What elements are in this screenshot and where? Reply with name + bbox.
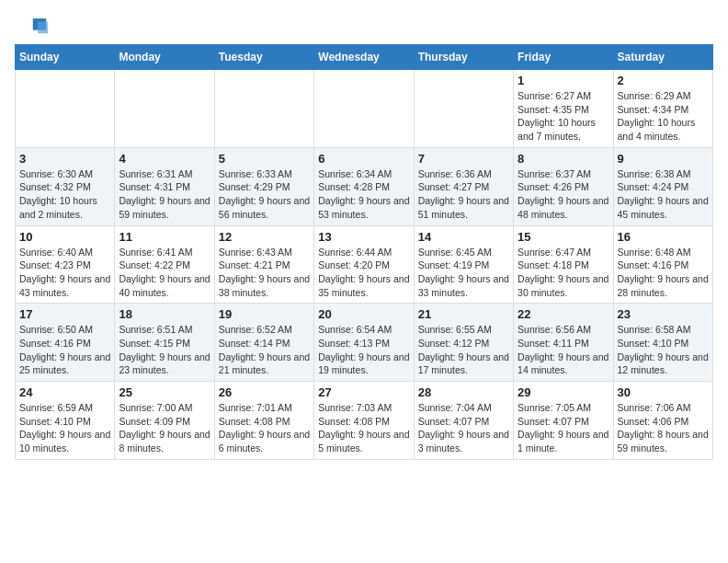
day-info: Sunrise: 7:03 AM Sunset: 4:08 PM Dayligh… [318,401,409,455]
day-info: Sunrise: 6:43 AM Sunset: 4:21 PM Dayligh… [219,246,310,300]
day-info: Sunrise: 6:31 AM Sunset: 4:31 PM Dayligh… [119,167,210,222]
calendar-cell [16,70,115,148]
weekday-header-sunday: Sunday [16,45,115,70]
day-info: Sunrise: 7:06 AM Sunset: 4:06 PM Dayligh… [618,401,709,455]
calendar-table: SundayMondayTuesdayWednesdayThursdayFrid… [15,44,713,460]
day-number: 9 [618,152,709,166]
day-number: 28 [418,385,509,399]
day-number: 18 [119,307,210,321]
calendar-cell: 15Sunrise: 6:47 AM Sunset: 4:18 PM Dayli… [514,225,613,304]
page-header [15,15,713,40]
day-info: Sunrise: 6:44 AM Sunset: 4:20 PM Dayligh… [318,246,409,300]
day-info: Sunrise: 6:58 AM Sunset: 4:10 PM Dayligh… [618,323,709,377]
day-info: Sunrise: 6:41 AM Sunset: 4:22 PM Dayligh… [119,246,210,300]
calendar-cell: 13Sunrise: 6:44 AM Sunset: 4:20 PM Dayli… [314,225,414,304]
calendar-cell: 30Sunrise: 7:06 AM Sunset: 4:06 PM Dayli… [613,382,712,460]
calendar-cell: 6Sunrise: 6:34 AM Sunset: 4:28 PM Daylig… [314,147,414,225]
calendar-cell: 17Sunrise: 6:50 AM Sunset: 4:16 PM Dayli… [16,304,115,382]
day-info: Sunrise: 6:36 AM Sunset: 4:27 PM Dayligh… [418,167,509,222]
day-info: Sunrise: 6:56 AM Sunset: 4:11 PM Dayligh… [518,323,609,377]
day-info: Sunrise: 6:51 AM Sunset: 4:15 PM Dayligh… [119,323,210,377]
day-number: 7 [418,152,509,166]
day-number: 20 [318,307,409,321]
day-number: 10 [19,230,110,244]
calendar-cell: 23Sunrise: 6:58 AM Sunset: 4:10 PM Dayli… [613,304,712,382]
day-number: 23 [618,307,709,321]
day-number: 13 [318,230,409,244]
day-number: 26 [219,385,310,399]
day-info: Sunrise: 6:45 AM Sunset: 4:19 PM Dayligh… [418,246,509,300]
calendar-cell [214,70,313,148]
calendar-week-row: 3Sunrise: 6:30 AM Sunset: 4:32 PM Daylig… [16,147,713,225]
day-number: 29 [518,385,609,399]
day-info: Sunrise: 6:40 AM Sunset: 4:23 PM Dayligh… [19,246,110,300]
day-number: 1 [518,74,609,87]
calendar-week-row: 1Sunrise: 6:27 AM Sunset: 4:35 PM Daylig… [16,70,713,148]
calendar-cell: 9Sunrise: 6:38 AM Sunset: 4:24 PM Daylig… [613,147,712,225]
day-number: 16 [618,230,709,244]
weekday-header-row: SundayMondayTuesdayWednesdayThursdayFrid… [16,45,713,70]
calendar-cell: 29Sunrise: 7:05 AM Sunset: 4:07 PM Dayli… [514,382,613,460]
calendar-cell: 20Sunrise: 6:54 AM Sunset: 4:13 PM Dayli… [314,304,414,382]
day-info: Sunrise: 7:00 AM Sunset: 4:09 PM Dayligh… [119,401,210,455]
weekday-header-wednesday: Wednesday [314,45,414,70]
day-number: 3 [19,152,110,166]
calendar-cell: 2Sunrise: 6:29 AM Sunset: 4:34 PM Daylig… [613,70,712,148]
calendar-cell: 14Sunrise: 6:45 AM Sunset: 4:19 PM Dayli… [414,225,513,304]
day-number: 17 [19,307,110,321]
day-number: 30 [618,385,709,399]
day-info: Sunrise: 6:29 AM Sunset: 4:34 PM Dayligh… [618,89,709,144]
weekday-header-tuesday: Tuesday [214,45,313,70]
day-number: 27 [318,385,409,399]
weekday-header-monday: Monday [115,45,214,70]
calendar-cell: 27Sunrise: 7:03 AM Sunset: 4:08 PM Dayli… [314,382,414,460]
calendar-cell [314,70,414,148]
day-info: Sunrise: 6:48 AM Sunset: 4:16 PM Dayligh… [618,246,709,300]
calendar-cell: 25Sunrise: 7:00 AM Sunset: 4:09 PM Dayli… [115,382,214,460]
calendar-cell: 21Sunrise: 6:55 AM Sunset: 4:12 PM Dayli… [414,304,513,382]
day-info: Sunrise: 7:01 AM Sunset: 4:08 PM Dayligh… [219,401,310,455]
calendar-cell: 18Sunrise: 6:51 AM Sunset: 4:15 PM Dayli… [115,304,214,382]
calendar-cell: 24Sunrise: 6:59 AM Sunset: 4:10 PM Dayli… [16,382,115,460]
calendar-week-row: 17Sunrise: 6:50 AM Sunset: 4:16 PM Dayli… [16,304,713,382]
calendar-header: SundayMondayTuesdayWednesdayThursdayFrid… [16,45,713,70]
calendar-cell: 28Sunrise: 7:04 AM Sunset: 4:07 PM Dayli… [414,382,513,460]
day-number: 4 [119,152,210,166]
day-info: Sunrise: 6:38 AM Sunset: 4:24 PM Dayligh… [618,167,709,222]
day-info: Sunrise: 6:54 AM Sunset: 4:13 PM Dayligh… [318,323,409,377]
calendar-cell: 10Sunrise: 6:40 AM Sunset: 4:23 PM Dayli… [16,225,115,304]
day-info: Sunrise: 6:37 AM Sunset: 4:26 PM Dayligh… [518,167,609,222]
day-number: 8 [518,152,609,166]
weekday-header-saturday: Saturday [613,45,712,70]
weekday-header-thursday: Thursday [414,45,513,70]
calendar-cell: 1Sunrise: 6:27 AM Sunset: 4:35 PM Daylig… [514,70,613,148]
logo [15,15,51,40]
calendar-cell: 3Sunrise: 6:30 AM Sunset: 4:32 PM Daylig… [16,147,115,225]
day-info: Sunrise: 6:33 AM Sunset: 4:29 PM Dayligh… [219,167,310,222]
day-info: Sunrise: 7:04 AM Sunset: 4:07 PM Dayligh… [418,401,509,455]
calendar-week-row: 10Sunrise: 6:40 AM Sunset: 4:23 PM Dayli… [16,225,713,304]
day-number: 12 [219,230,310,244]
calendar-cell: 8Sunrise: 6:37 AM Sunset: 4:26 PM Daylig… [514,147,613,225]
calendar-body: 1Sunrise: 6:27 AM Sunset: 4:35 PM Daylig… [16,70,713,460]
calendar-cell: 22Sunrise: 6:56 AM Sunset: 4:11 PM Dayli… [514,304,613,382]
calendar-cell: 4Sunrise: 6:31 AM Sunset: 4:31 PM Daylig… [115,147,214,225]
logo-icon [15,15,48,40]
calendar-cell: 11Sunrise: 6:41 AM Sunset: 4:22 PM Dayli… [115,225,214,304]
day-number: 15 [518,230,609,244]
day-info: Sunrise: 6:55 AM Sunset: 4:12 PM Dayligh… [418,323,509,377]
svg-marker-1 [38,22,48,34]
day-info: Sunrise: 6:30 AM Sunset: 4:32 PM Dayligh… [19,167,110,222]
day-number: 25 [119,385,210,399]
calendar-cell: 26Sunrise: 7:01 AM Sunset: 4:08 PM Dayli… [214,382,313,460]
weekday-header-friday: Friday [514,45,613,70]
day-info: Sunrise: 6:50 AM Sunset: 4:16 PM Dayligh… [19,323,110,377]
day-info: Sunrise: 7:05 AM Sunset: 4:07 PM Dayligh… [518,401,609,455]
day-number: 5 [219,152,310,166]
calendar-cell [414,70,513,148]
day-number: 22 [518,307,609,321]
day-info: Sunrise: 6:59 AM Sunset: 4:10 PM Dayligh… [19,401,110,455]
calendar-cell: 16Sunrise: 6:48 AM Sunset: 4:16 PM Dayli… [613,225,712,304]
day-number: 2 [618,74,709,87]
day-info: Sunrise: 6:27 AM Sunset: 4:35 PM Dayligh… [518,89,609,144]
